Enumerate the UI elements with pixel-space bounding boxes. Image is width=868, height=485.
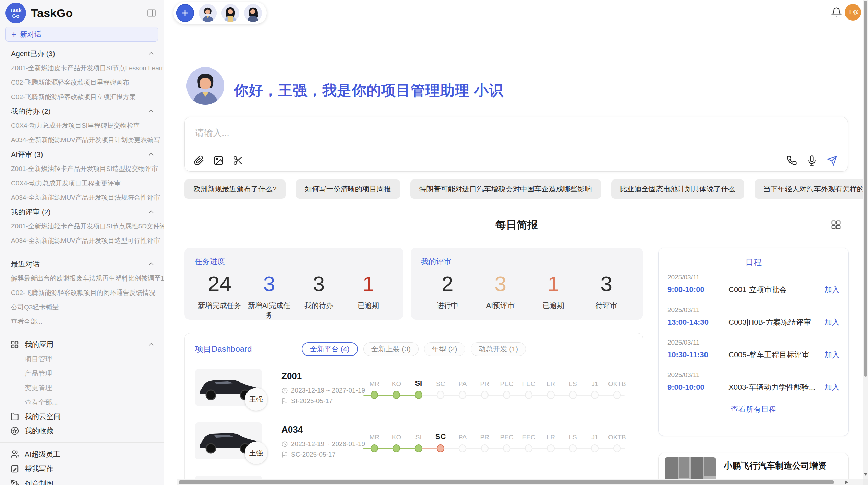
app-logo: Task Go bbox=[5, 3, 26, 23]
date-range: 2023-12-19 ~ 2026-01-19 bbox=[291, 440, 365, 448]
view-all-schedule-link[interactable]: 查看所有日程 bbox=[667, 404, 840, 414]
chevron-up-icon[interactable] bbox=[148, 151, 155, 158]
milestone-node bbox=[415, 444, 422, 452]
sidebar-item-view-all-apps[interactable]: 查看全部... bbox=[0, 395, 164, 409]
metric-label: 已逾期 bbox=[343, 301, 393, 310]
paperclip-icon[interactable] bbox=[194, 155, 204, 166]
image-icon[interactable] bbox=[213, 155, 224, 166]
suggestion-chip[interactable]: 如何写一份清晰的项目周报 bbox=[296, 179, 400, 199]
section-title: 最近对话 bbox=[11, 259, 40, 269]
flag-milestone: SC-2025-05-17 bbox=[291, 451, 336, 458]
milestone-label: SC bbox=[430, 431, 451, 441]
chevron-up-icon[interactable] bbox=[148, 341, 155, 348]
milestone-OKTB: OKTB bbox=[606, 431, 628, 452]
sidebar-item[interactable]: 解释最新出台的欧盟报废车法规再生塑料比例被调至15%... bbox=[0, 271, 164, 286]
milestone-node bbox=[503, 444, 510, 452]
assistant-avatar bbox=[186, 67, 224, 105]
chevron-up-icon[interactable] bbox=[148, 50, 155, 57]
join-link[interactable]: 加入 bbox=[824, 350, 840, 360]
app-title: TaskGo bbox=[31, 7, 146, 20]
tab-powertrain[interactable]: 动总开发 (1) bbox=[471, 342, 526, 356]
join-link[interactable]: 加入 bbox=[824, 317, 840, 327]
vertical-scrollbar-track[interactable] bbox=[863, 0, 868, 485]
sidebar-item-help-write[interactable]: 帮我写作 bbox=[0, 461, 164, 476]
event-name: C005-整车工程目标评审 bbox=[728, 350, 824, 360]
sidebar-item[interactable]: C02-飞腾新能源轻客改款项目的闭环通告反馈情况 bbox=[0, 286, 164, 300]
sidebar-item[interactable]: C0X4-动力总成开发项目工程变更评审 bbox=[0, 176, 164, 190]
avatar[interactable] bbox=[244, 4, 262, 22]
metric: 1已逾期 bbox=[527, 272, 580, 310]
scroll-right-arrow-icon[interactable] bbox=[845, 480, 848, 484]
scroll-down-arrow-icon[interactable] bbox=[864, 473, 868, 476]
news-title: 小鹏飞行汽车制造公司增资 bbox=[724, 460, 842, 471]
section-my-todo[interactable]: 我的待办 (2) bbox=[0, 104, 164, 119]
sidebar-item-my-apps[interactable]: 我的应用 bbox=[0, 337, 164, 352]
task-progress-card: 任务进度 24新增完成任务 3新增AI完成任务 3我的待办 1已逾期 bbox=[184, 248, 403, 320]
grid-layout-icon[interactable] bbox=[830, 219, 842, 231]
sidebar-item[interactable]: 公司Q3轻卡销量 bbox=[0, 300, 164, 314]
suggestion-chip[interactable]: 欧洲新规最近颁布了什么? bbox=[184, 179, 286, 199]
vertical-scrollbar-thumb[interactable] bbox=[864, 1, 867, 377]
sidebar-item-favorites[interactable]: 我的收藏 bbox=[0, 424, 164, 438]
section-recent-chats[interactable]: 最近对话 bbox=[0, 257, 164, 271]
sidebar-item-product-mgmt[interactable]: 产品管理 bbox=[0, 366, 164, 381]
section-ai-review[interactable]: AI评审 (3) bbox=[0, 147, 164, 162]
chevron-up-icon[interactable] bbox=[148, 108, 155, 115]
sidebar-item-change-mgmt[interactable]: 变更管理 bbox=[0, 381, 164, 395]
chevron-up-icon[interactable] bbox=[148, 209, 155, 215]
section-title: 我的评审 (2) bbox=[11, 207, 51, 217]
suggestion-chip[interactable]: 当下年轻人对汽车外观有怎样的喜好趋势 bbox=[755, 179, 868, 199]
section-my-review[interactable]: 我的评审 (2) bbox=[0, 205, 164, 219]
sidebar-item[interactable]: C02-飞腾新能源轻客改款项目里程碑画布 bbox=[0, 75, 164, 90]
sidebar-item[interactable]: C02-飞腾新能源轻客改款项目立项汇报方案 bbox=[0, 90, 164, 104]
sidebar-item-cloud-space[interactable]: 我的云空间 bbox=[0, 409, 164, 424]
sidebar-item[interactable]: Z001-全新燃油皮卡产品开发项目SI节点Lesson Learn报告 bbox=[0, 61, 164, 75]
suggestion-chip[interactable]: 特朗普可能对进口汽车增税会对中国车企造成哪些影响 bbox=[410, 179, 601, 199]
sidebar-item[interactable]: A034-全新新能源MUV产品开发项目计划变更表编写 bbox=[0, 133, 164, 147]
mic-icon[interactable] bbox=[807, 155, 817, 166]
join-link[interactable]: 加入 bbox=[824, 382, 840, 393]
new-chat-button[interactable]: + 新对话 bbox=[5, 27, 158, 42]
project-row[interactable]: 王强 A034 2023-12-19 ~ 2026-01-19 SC-2025-… bbox=[195, 422, 632, 463]
sidebar-item[interactable]: C0X4-动力总成开发项目SI里程碑提交物检查 bbox=[0, 119, 164, 133]
my-review-card: 我的评审 2进行中 3AI预评审 1已逾期 3待评审 bbox=[411, 248, 643, 320]
sidebar-item[interactable]: Z001-全新燃油轻卡产品开发项目SI造型提交物评审 bbox=[0, 162, 164, 176]
sidebar: Task Go TaskGo + 新对话 Agent已办 (3) Z001-全新… bbox=[0, 0, 164, 485]
suggestion-chip[interactable]: 比亚迪全固态电池计划具体说了什么 bbox=[611, 179, 744, 199]
metric-label: 新增AI完成任务 bbox=[244, 301, 294, 320]
chevron-up-icon[interactable] bbox=[148, 261, 155, 268]
chat-input[interactable] bbox=[194, 125, 831, 140]
menu-label: 创意制图 bbox=[25, 479, 53, 485]
avatar[interactable] bbox=[221, 4, 239, 22]
project-row[interactable]: 王强 Z001 2023-12-19 ~ 2027-01-19 SI-2025-… bbox=[195, 369, 632, 410]
milestone-label: PR bbox=[474, 431, 496, 441]
card-title: 我的评审 bbox=[421, 257, 633, 267]
menu-label: 我的应用 bbox=[25, 340, 53, 349]
horizontal-scrollbar-track[interactable] bbox=[177, 479, 863, 485]
scissors-icon[interactable] bbox=[233, 155, 243, 166]
metric-label: 新增完成任务 bbox=[195, 301, 244, 310]
send-icon[interactable] bbox=[827, 155, 837, 166]
sidebar-item[interactable]: A034-全新新能源MUV产品开发项目法规符合性评审 bbox=[0, 190, 164, 205]
join-link[interactable]: 加入 bbox=[824, 285, 840, 295]
add-agent-button[interactable] bbox=[176, 4, 194, 22]
sidebar-item[interactable]: Z001-全新燃油轻卡产品开发项目SI节点属性5D文件评审 bbox=[0, 219, 164, 234]
sidebar-item[interactable]: 查看全部... bbox=[0, 314, 164, 329]
tab-new-platform[interactable]: 全新平台 (4) bbox=[302, 342, 358, 356]
tab-year-model[interactable]: 年型 (2) bbox=[424, 342, 465, 356]
sidebar-item[interactable]: A034-全新新能源MUV产品开发项目造型可行性评审 bbox=[0, 234, 164, 248]
sidebar-item-ai-staff[interactable]: AI超级员工 bbox=[0, 447, 164, 461]
sidebar-collapse-icon[interactable] bbox=[146, 8, 157, 18]
user-avatar[interactable]: 王强 bbox=[845, 4, 861, 21]
divider bbox=[0, 333, 164, 333]
event-date: 2025/03/11 bbox=[667, 371, 840, 379]
section-agent-done[interactable]: Agent已办 (3) bbox=[0, 47, 164, 61]
sidebar-item-creative-draw[interactable]: 创意制图 bbox=[0, 476, 164, 485]
phone-icon[interactable] bbox=[786, 155, 797, 166]
horizontal-scrollbar-thumb[interactable] bbox=[179, 480, 834, 484]
bell-icon[interactable] bbox=[831, 7, 842, 17]
tab-new-body[interactable]: 全新上装 (3) bbox=[363, 342, 419, 356]
avatar[interactable] bbox=[199, 4, 217, 22]
main-area: 王强 你好，王强，我是你的项目管理助理 小识 欧洲新规最近颁布了什么? 如何写一… bbox=[164, 0, 868, 485]
sidebar-item-project-mgmt[interactable]: 项目管理 bbox=[0, 352, 164, 366]
